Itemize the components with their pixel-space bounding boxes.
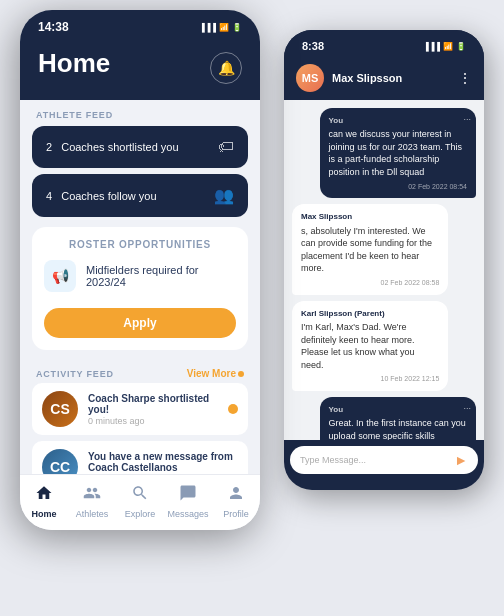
send-button[interactable]: ► [454, 452, 468, 468]
nav-messages[interactable]: Messages [164, 484, 212, 519]
activity-title-0: Coach Sharpe shortlisted you! [88, 393, 218, 415]
roster-title: ROSTER OPPORTUNITIES [44, 239, 236, 250]
battery-icon: 🔋 [456, 42, 466, 51]
shortlisted-label: Coaches shortlisted you [61, 141, 178, 153]
chat-input-placeholder: Type Message... [300, 455, 448, 465]
follow-text: 4 Coaches follow you [46, 190, 157, 202]
activity-header: ACTIVITY FEED View More [20, 360, 260, 383]
message-received-2: Karl Slipsson (Parent) I'm Karl, Max's D… [292, 301, 448, 391]
chat-input-bar[interactable]: Type Message... ► [290, 446, 478, 474]
nav-explore-label: Explore [125, 509, 156, 519]
follow-icon: 👥 [214, 186, 234, 205]
home-status-bar: 14:38 ▐▐▐ 📶 🔋 [20, 10, 260, 40]
msg-sender-2: Max Slipsson [301, 211, 439, 222]
home-header: Home 🔔 [20, 40, 260, 100]
chat-messages[interactable]: You can we discuss your interest in join… [284, 100, 484, 440]
nav-explore[interactable]: Explore [116, 484, 164, 519]
msg-time-2: 02 Feb 2022 08:58 [301, 278, 439, 288]
bottom-nav: Home Athletes Explore Messages [20, 474, 260, 530]
message-sent-1: You can we discuss your interest in join… [320, 108, 476, 198]
message-received-1: Max Slipsson s, absolutely I'm intereste… [292, 204, 448, 294]
profile-nav-icon [227, 484, 245, 507]
contact-name: Max Slipsson [332, 72, 402, 84]
wifi-icon: 📶 [443, 42, 453, 51]
msg-text-1: can we discuss your interest in joining … [329, 128, 467, 178]
back-status-icons: ▐▐▐ 📶 🔋 [423, 42, 466, 51]
explore-nav-icon [131, 484, 149, 507]
msg-more-4[interactable]: ··· [463, 402, 471, 415]
activity-dot-0 [228, 404, 238, 414]
msg-more-1[interactable]: ··· [463, 113, 471, 126]
nav-home[interactable]: Home [20, 484, 68, 519]
shortlisted-icon: 🏷 [218, 138, 234, 156]
nav-athletes-label: Athletes [76, 509, 109, 519]
view-more-label: View More [187, 368, 236, 379]
message-sent-2: You Great. In the first instance can you… [320, 397, 476, 440]
shortlisted-text: 2 Coaches shortlisted you [46, 141, 179, 153]
activity-feed-label: ACTIVITY FEED [36, 369, 114, 379]
feed-cards: 2 Coaches shortlisted you 🏷 4 Coaches fo… [20, 126, 260, 217]
contact-avatar: MS [296, 64, 324, 92]
chat-phone: 8:38 ▐▐▐ 📶 🔋 MS Max Slipsson ⋮ You can w… [284, 30, 484, 490]
view-more-dot [238, 371, 244, 377]
athletes-nav-icon [83, 484, 101, 507]
shortlisted-card[interactable]: 2 Coaches shortlisted you 🏷 [32, 126, 248, 168]
nav-home-label: Home [31, 509, 56, 519]
roster-section: ROSTER OPPORTUNITIES 📢 Midfielders requi… [32, 227, 248, 350]
home-wifi-icon: 📶 [219, 23, 229, 32]
home-status-icons: ▐▐▐ 📶 🔋 [199, 23, 242, 32]
follow-count: 4 [46, 190, 52, 202]
chat-header-left: MS Max Slipsson [296, 64, 402, 92]
nav-messages-label: Messages [167, 509, 208, 519]
nav-athletes[interactable]: Athletes [68, 484, 116, 519]
more-options-icon[interactable]: ⋮ [458, 70, 472, 86]
home-signal-icon: ▐▐▐ [199, 23, 216, 32]
msg-time-3: 10 Feb 2022 12:15 [301, 374, 439, 384]
msg-sender-4: You [329, 404, 467, 415]
home-battery-icon: 🔋 [232, 23, 242, 32]
msg-sender-1: You [329, 115, 467, 126]
home-content: ATHLETE FEED 2 Coaches shortlisted you 🏷… [20, 100, 260, 490]
phones-container: 8:38 ▐▐▐ 📶 🔋 MS Max Slipsson ⋮ You can w… [0, 0, 504, 616]
activity-title-1: You have a new message from Coach Castel… [88, 451, 238, 473]
msg-time-1: 02 Feb 2022 08:54 [329, 182, 467, 192]
follow-label: Coaches follow you [61, 190, 156, 202]
nav-profile[interactable]: Profile [212, 484, 260, 519]
chat-header: MS Max Slipsson ⋮ [284, 58, 484, 100]
msg-text-4: Great. In the first instance can you upl… [329, 417, 467, 440]
activity-item-0[interactable]: CS Coach Sharpe shortlisted you! 0 minut… [32, 383, 248, 435]
back-time: 8:38 [302, 40, 324, 52]
follow-card[interactable]: 4 Coaches follow you 👥 [32, 174, 248, 217]
home-nav-icon [35, 484, 53, 507]
home-phone: 14:38 ▐▐▐ 📶 🔋 Home 🔔 ATHLETE FEED 2 Coac… [20, 10, 260, 530]
msg-text-3: I'm Karl, Max's Dad. We're definitely ke… [301, 321, 439, 371]
roster-item-text: Midfielders required for 2023/24 [86, 264, 236, 288]
page-title: Home [38, 48, 110, 79]
activity-time-0: 0 minutes ago [88, 416, 218, 426]
apply-button[interactable]: Apply [44, 308, 236, 338]
signal-icon: ▐▐▐ [423, 42, 440, 51]
roster-megaphone-icon: 📢 [44, 260, 76, 292]
shortlisted-count: 2 [46, 141, 52, 153]
msg-sender-3: Karl Slipsson (Parent) [301, 308, 439, 319]
roster-item: 📢 Midfielders required for 2023/24 [44, 260, 236, 292]
activity-text-0: Coach Sharpe shortlisted you! 0 minutes … [88, 393, 218, 426]
messages-nav-icon [179, 484, 197, 507]
nav-profile-label: Profile [223, 509, 249, 519]
view-more-button[interactable]: View More [187, 368, 244, 379]
home-title-text: Home [38, 48, 110, 79]
notification-bell-button[interactable]: 🔔 [210, 52, 242, 84]
home-time: 14:38 [38, 20, 69, 34]
athlete-feed-label: ATHLETE FEED [20, 100, 260, 126]
activity-avatar-0: CS [42, 391, 78, 427]
msg-text-2: s, absolutely I'm interested. We can pro… [301, 225, 439, 275]
back-status-bar: 8:38 ▐▐▐ 📶 🔋 [284, 30, 484, 58]
